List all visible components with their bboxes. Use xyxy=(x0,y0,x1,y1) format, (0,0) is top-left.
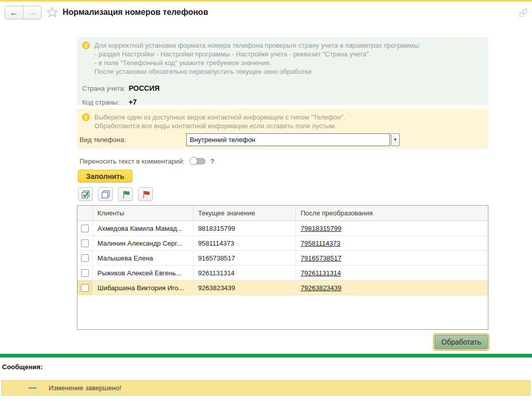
uncheck-all-button[interactable] xyxy=(98,187,113,201)
check-all-icon xyxy=(81,189,91,199)
table-row[interactable]: Рыжиков Алексей Евгень... 9261131314 792… xyxy=(77,266,488,280)
warning-icon: ! xyxy=(82,113,90,121)
clients-table: Клиенты Текущее значение После преобразо… xyxy=(77,205,488,330)
fill-button[interactable]: Заполнить xyxy=(78,170,132,183)
current-value-cell: 9263823439 xyxy=(193,280,296,295)
back-arrow-icon: ← xyxy=(10,8,18,17)
table-row[interactable]: Шибаршина Виктория Иго... 9263823439 792… xyxy=(77,280,488,295)
phone-type-field-row: Вид телефона: Внутренний телефон ▼ xyxy=(82,133,483,146)
toggle-knob xyxy=(189,157,198,165)
get-link-icon[interactable] xyxy=(518,7,529,18)
current-value-cell: 9581114373 xyxy=(193,236,296,250)
uncheck-all-icon xyxy=(101,189,111,199)
page-title: Нормализация номеров телефонов xyxy=(63,8,208,17)
comment-toggle-switch[interactable] xyxy=(189,157,206,165)
chevron-down-icon: ▼ xyxy=(393,137,398,142)
after-value-link[interactable]: 79165738517 xyxy=(296,251,488,265)
country-info-panel: ! Для корректной установки формата номер… xyxy=(77,37,488,105)
message-text: Изменение завершено! xyxy=(49,384,121,392)
country-code-value: +7 xyxy=(129,98,137,106)
clear-flag-button[interactable] xyxy=(138,187,153,201)
client-name-cell: Шибаршина Виктория Иго... xyxy=(93,280,193,295)
table-row[interactable]: Малинин Александр Серг... 9581114373 795… xyxy=(77,236,488,251)
table-row[interactable]: Малышева Елена 9165738517 79165738517 xyxy=(77,251,488,266)
help-link[interactable]: ? xyxy=(210,157,214,165)
client-name-cell: Малышева Елена xyxy=(93,251,193,265)
info-line: - в поле "Телефонный код" укажите требуе… xyxy=(94,58,420,67)
warning-icon: ! xyxy=(82,42,90,49)
info-line: Выберите один из доступных видов контакт… xyxy=(94,113,345,122)
after-value-link[interactable]: 79261131314 xyxy=(296,266,488,280)
favorite-star-icon[interactable] xyxy=(46,6,58,18)
header-current-value[interactable]: Текущее значение xyxy=(193,206,296,220)
set-flag-button[interactable] xyxy=(118,187,133,201)
client-name-cell: Ахмедова Камила Мамад... xyxy=(93,221,193,235)
country-value: РОССИЯ xyxy=(129,84,160,92)
comment-toggle-row: Переносить текст в комментарий: ? xyxy=(80,156,214,166)
phone-type-input[interactable]: Внутренний телефон xyxy=(186,133,390,146)
row-checkbox[interactable] xyxy=(81,284,89,292)
messages-separator xyxy=(0,354,532,357)
green-flag-icon xyxy=(121,189,131,199)
table-header: Клиенты Текущее значение После преобразо… xyxy=(77,206,488,221)
comment-toggle-label: Переносить текст в комментарий: xyxy=(80,157,185,165)
client-name-cell: Рыжиков Алексей Евгень... xyxy=(93,266,193,280)
row-checkbox[interactable] xyxy=(81,225,89,232)
table-toolbar xyxy=(78,187,153,201)
after-value-link[interactable]: 79581114373 xyxy=(296,236,488,250)
check-all-button[interactable] xyxy=(78,187,93,201)
nav-history-group: ← → xyxy=(5,6,42,19)
form-header: ← → Нормализация номеров телефонов xyxy=(0,2,532,24)
back-button[interactable]: ← xyxy=(5,6,24,19)
country-label: Страна учета: xyxy=(82,85,127,92)
message-dash-icon xyxy=(29,387,36,389)
header-checkbox-column xyxy=(77,206,93,220)
country-code-label: Код страны: xyxy=(82,98,127,106)
process-button[interactable]: Обработать xyxy=(435,335,488,349)
info-line: - раздел Настройки - Настройки программы… xyxy=(94,50,420,58)
app-window: ← → Нормализация номеров телефонов ! Для… xyxy=(0,0,532,401)
header-after-transform[interactable]: После преобразования xyxy=(296,206,488,220)
current-value-cell: 9261131314 xyxy=(193,266,296,280)
info-line: Обработаются все виды контактной информа… xyxy=(94,122,345,130)
phone-type-label: Вид телефона: xyxy=(80,136,126,144)
after-value-link[interactable]: 79818315799 xyxy=(296,221,488,235)
phone-type-dropdown-button[interactable]: ▼ xyxy=(391,133,400,146)
after-value-link[interactable]: 79263823439 xyxy=(296,280,488,295)
info-line: После установки обязательно перезапустит… xyxy=(94,67,420,76)
row-checkbox[interactable] xyxy=(81,239,89,247)
red-flag-icon xyxy=(141,189,151,199)
client-name-cell: Малинин Александр Серг... xyxy=(93,236,193,250)
messages-title: Сообщения: xyxy=(2,363,43,371)
row-checkbox[interactable] xyxy=(81,269,89,277)
current-value-cell: 9165738517 xyxy=(193,251,296,265)
message-item[interactable]: Изменение завершено! xyxy=(1,380,531,396)
table-row[interactable]: Ахмедова Камила Мамад... 9818315799 7981… xyxy=(77,221,488,236)
current-value-cell: 9818315799 xyxy=(193,221,296,235)
forward-button[interactable]: → xyxy=(24,6,42,19)
header-clients[interactable]: Клиенты xyxy=(93,206,193,220)
row-checkbox[interactable] xyxy=(81,254,89,262)
forward-arrow-icon: → xyxy=(28,8,36,17)
info-line: Для корректной установки формата номера … xyxy=(94,41,420,50)
